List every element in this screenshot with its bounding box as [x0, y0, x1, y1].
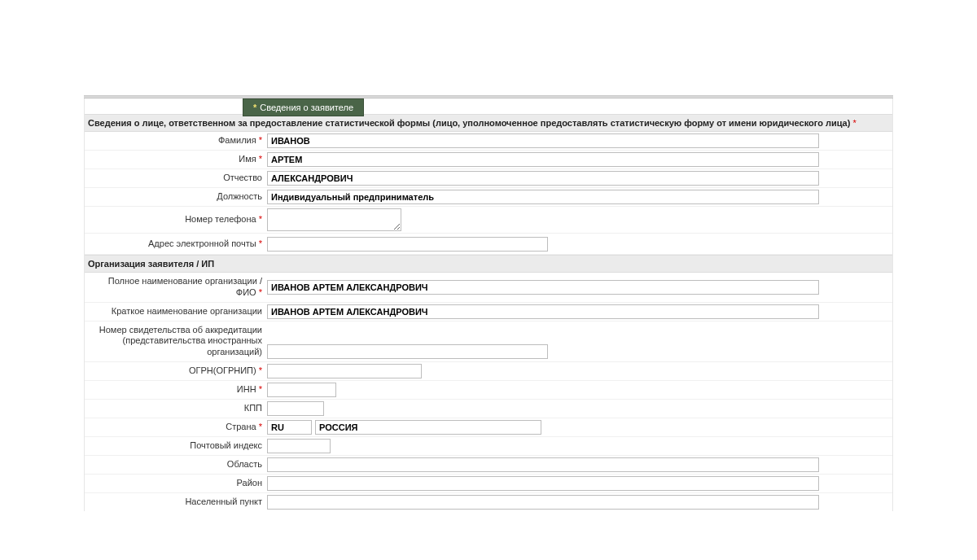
accreditation-input[interactable]: [267, 344, 548, 359]
row-full-name: Полное наименование организации / ФИО *: [85, 273, 892, 303]
postcode-input[interactable]: [267, 439, 331, 453]
label-district: Район: [85, 475, 267, 492]
label-ogrn: ОГРН(ОГРНИП) *: [85, 363, 267, 379]
required-icon: *: [852, 118, 856, 128]
tab-applicant-info[interactable]: * Сведения о заявителе: [243, 98, 364, 116]
row-accreditation: Номер свидетельства об аккредитации (пре…: [85, 322, 892, 362]
required-icon: *: [253, 103, 256, 112]
district-input[interactable]: [267, 476, 819, 491]
section-title-2: Организация заявителя / ИП: [88, 259, 214, 269]
label-patronymic: Отчество: [85, 170, 267, 186]
row-position: Должность: [85, 188, 892, 207]
form-area: Сведения о лице, ответственном за предос…: [84, 98, 893, 511]
full-name-input[interactable]: [267, 280, 819, 295]
row-country: Страна *: [85, 418, 892, 437]
kpp-input[interactable]: [267, 401, 324, 416]
country-name-input[interactable]: [315, 420, 541, 435]
label-position: Должность: [85, 189, 267, 205]
inn-input[interactable]: [267, 383, 336, 397]
short-name-input[interactable]: [267, 304, 819, 319]
row-city: Населенный пункт: [85, 493, 892, 511]
row-district: Район: [85, 475, 892, 493]
row-region: Область: [85, 456, 892, 475]
label-short-name: Краткое наименование организации: [85, 304, 267, 320]
label-inn: ИНН *: [85, 382, 267, 398]
row-postcode: Почтовый индекс: [85, 437, 892, 456]
row-inn: ИНН *: [85, 381, 892, 400]
row-patronymic: Отчество: [85, 169, 892, 188]
label-full-name: Полное наименование организации / ФИО *: [85, 273, 267, 301]
ogrn-input[interactable]: [267, 364, 422, 378]
country-code-input[interactable]: [267, 420, 312, 435]
section-organization: Организация заявителя / ИП: [85, 255, 892, 273]
surname-input[interactable]: [267, 133, 819, 148]
label-postcode: Почтовый индекс: [85, 438, 267, 454]
page-root: * Сведения о заявителе Сведения о лице, …: [0, 0, 977, 560]
label-surname: Фамилия *: [85, 133, 267, 149]
label-region: Область: [85, 457, 267, 473]
row-kpp: КПП: [85, 400, 892, 418]
section-title-1: Сведения о лице, ответственном за предос…: [88, 118, 850, 128]
row-short-name: Краткое наименование организации: [85, 303, 892, 322]
tab-label: Сведения о заявителе: [260, 103, 353, 112]
row-email: Адрес электронной почты *: [85, 234, 892, 255]
row-surname: Фамилия *: [85, 132, 892, 151]
label-country: Страна *: [85, 419, 267, 435]
patronymic-input[interactable]: [267, 171, 819, 186]
label-email: Адрес электронной почты *: [85, 236, 267, 252]
region-input[interactable]: [267, 457, 819, 472]
label-name: Имя *: [85, 151, 267, 168]
row-ogrn: ОГРН(ОГРНИП) *: [85, 362, 892, 381]
name-input[interactable]: [267, 152, 819, 167]
label-phone: Номер телефона *: [85, 212, 267, 228]
city-input[interactable]: [267, 495, 819, 510]
section-responsible-person: Сведения о лице, ответственном за предос…: [85, 114, 892, 132]
phone-input[interactable]: [267, 208, 401, 231]
row-name: Имя *: [85, 151, 892, 169]
label-accreditation: Номер свидетельства об аккредитации (пре…: [85, 322, 267, 361]
position-input[interactable]: [267, 190, 819, 204]
label-city: Населенный пункт: [85, 494, 267, 510]
email-input[interactable]: [267, 237, 548, 252]
label-kpp: КПП: [85, 400, 267, 417]
row-phone: Номер телефона *: [85, 207, 892, 234]
